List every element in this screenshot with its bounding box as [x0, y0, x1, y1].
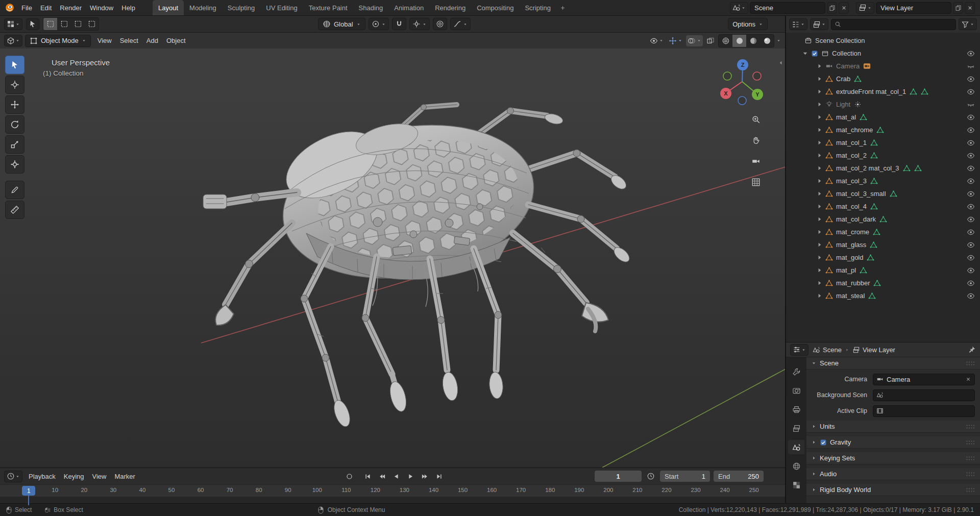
annotate-tool[interactable] [5, 181, 24, 199]
viewport-editor-type-button[interactable] [4, 35, 22, 46]
scale-tool[interactable] [5, 135, 24, 154]
outliner-item-mat-crome[interactable]: mat_crome [786, 226, 980, 238]
properties-editor-type-button[interactable] [790, 344, 808, 356]
move-tool[interactable] [5, 95, 24, 114]
viewport-menu-object[interactable]: Object [162, 35, 190, 46]
visibility-toggle[interactable] [967, 88, 975, 96]
select-mode-subtract[interactable] [71, 18, 85, 30]
viewport-menu-select[interactable]: Select [116, 35, 142, 46]
property-field-active-clip[interactable] [873, 405, 975, 417]
visibility-toggle[interactable] [967, 126, 975, 134]
measure-tool[interactable] [5, 201, 24, 219]
active-tool-button[interactable] [26, 18, 39, 30]
drag-grip-icon[interactable] [966, 361, 975, 366]
cursor-tool[interactable] [5, 76, 24, 94]
crab-model[interactable] [203, 105, 632, 429]
properties-tab-texture[interactable] [788, 478, 804, 492]
visibility-toggle[interactable] [967, 152, 975, 160]
properties-tab-output[interactable] [788, 402, 804, 416]
pin-icon[interactable] [968, 346, 976, 354]
outliner-item-mat-col-3[interactable]: mat_col_3 [786, 175, 980, 187]
snap-toggle[interactable] [392, 18, 406, 30]
visibility-toggle[interactable] [967, 279, 975, 287]
outliner-item-mat-col-3-small[interactable]: mat_col_3_small [786, 187, 980, 200]
workspace-tab-rendering[interactable]: Rendering [429, 0, 471, 15]
visibility-toggle[interactable] [967, 228, 975, 236]
visibility-toggle[interactable] [967, 177, 975, 185]
outliner-item-mat-col-1[interactable]: mat_col_1 [786, 136, 980, 149]
playhead[interactable]: 1 [22, 486, 35, 496]
gizmo-neg-y-axis[interactable] [723, 72, 731, 80]
outliner-item-mat-col-dark[interactable]: mat_col_dark [786, 213, 980, 226]
auto-keying-toggle[interactable] [343, 471, 356, 482]
previous-keyframe-button[interactable] [376, 471, 388, 482]
viewport-menu-add[interactable]: Add [142, 35, 162, 46]
visibility-toggle[interactable] [967, 75, 975, 83]
section-audio[interactable]: Audio [806, 468, 980, 480]
workspace-tab-sculpting[interactable]: Sculpting [222, 0, 260, 15]
properties-tab-render[interactable] [788, 383, 804, 398]
properties-tab-tool[interactable] [788, 364, 804, 379]
transform-orientation-dropdown[interactable]: Global [318, 18, 365, 30]
outliner-editor-type-button[interactable] [789, 18, 807, 30]
properties-tab-view-layer[interactable] [788, 421, 804, 435]
property-field-background-scen[interactable] [873, 389, 975, 401]
new-scene-button[interactable] [827, 2, 837, 14]
pan-button[interactable] [749, 134, 763, 147]
camera-view-button[interactable] [749, 155, 763, 168]
shading-solid-button[interactable] [732, 35, 746, 47]
outliner-search-input[interactable] [831, 19, 956, 30]
visibility-toggle[interactable] [967, 62, 975, 70]
workspace-tab-animation[interactable]: Animation [388, 0, 429, 15]
timeline-editor-type-button[interactable] [4, 471, 22, 482]
outliner-collection[interactable]: Collection [786, 47, 980, 60]
select-mode-extend[interactable] [57, 18, 71, 30]
object-visibility-dropdown[interactable] [648, 35, 665, 46]
play-reverse-button[interactable] [390, 471, 403, 482]
outliner-item-mat-al[interactable]: mat_al [786, 111, 980, 124]
scene-panel-header[interactable]: Scene [806, 357, 980, 370]
outliner-item-mat-gold[interactable]: mat_gold [786, 251, 980, 264]
shading-wireframe-button[interactable] [719, 35, 732, 47]
rotate-tool[interactable] [5, 115, 24, 134]
menu-render[interactable]: Render [56, 3, 86, 13]
outliner-item-mat-rubber[interactable]: mat_rubber [786, 277, 980, 289]
outliner-item-mat-steal[interactable]: mat_steal [786, 289, 980, 302]
sidebar-collapse-arrow[interactable] [778, 60, 785, 69]
menu-file[interactable]: File [17, 3, 36, 13]
new-view-layer-button[interactable] [953, 2, 963, 14]
options-dropdown[interactable]: Options [728, 18, 768, 30]
show-overlays-toggle[interactable] [686, 35, 703, 46]
proportional-falloff-dropdown[interactable] [450, 18, 471, 30]
show-gizmos-toggle[interactable] [667, 35, 684, 46]
visibility-toggle[interactable] [967, 254, 975, 262]
workspace-tab-modeling[interactable]: Modeling [184, 0, 222, 15]
blender-logo-icon[interactable] [5, 3, 14, 12]
navigation-gizmo[interactable]: Z X Y [719, 58, 766, 107]
timeline-menu-marker[interactable]: Marker [110, 471, 139, 482]
pivot-point-dropdown[interactable] [369, 18, 389, 30]
workspace-tab-uv-editing[interactable]: UV Editing [260, 0, 303, 15]
workspace-tab-compositing[interactable]: Compositing [471, 0, 519, 15]
section-units[interactable]: Units [806, 421, 980, 433]
view-layer-name-field[interactable]: View Layer [876, 2, 951, 14]
visibility-toggle[interactable] [967, 203, 975, 211]
outliner-item-extrudefront-mat-col-1[interactable]: extrudeFront mat_col_1 [786, 85, 980, 98]
visibility-toggle[interactable] [967, 139, 975, 147]
jump-to-start-button[interactable] [361, 471, 374, 482]
outliner-scene-collection[interactable]: Scene Collection [786, 34, 980, 47]
xray-toggle[interactable] [705, 35, 716, 46]
scene-name-field[interactable]: Scene [750, 2, 825, 14]
timeline-menu-keying[interactable]: Keying [60, 471, 88, 482]
section-rigid-body-world[interactable]: Rigid Body World [806, 484, 980, 496]
tweak-select-tool[interactable] [5, 56, 24, 74]
gizmo-neg-z-axis[interactable] [738, 96, 746, 105]
workspace-tab-scripting[interactable]: Scripting [519, 0, 556, 15]
properties-tab-scene[interactable] [788, 440, 804, 454]
visibility-toggle[interactable] [967, 164, 975, 173]
zoom-button[interactable] [749, 113, 763, 126]
scene-browse-button[interactable] [730, 2, 748, 14]
clear-button[interactable] [965, 376, 971, 382]
viewport-menu-view[interactable]: View [93, 35, 116, 46]
outliner-item-mat-pl[interactable]: mat_pl [786, 264, 980, 277]
